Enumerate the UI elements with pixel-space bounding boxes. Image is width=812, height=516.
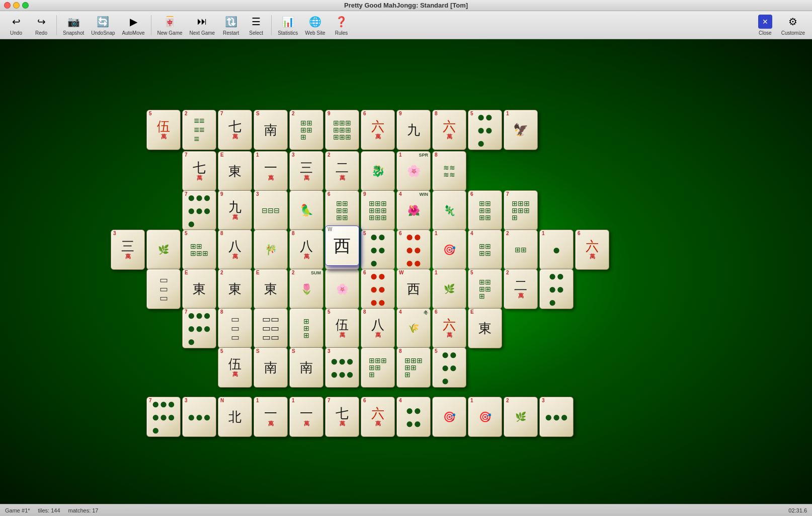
tile[interactable]: 5●●●●● xyxy=(432,347,466,388)
tile[interactable]: W西 xyxy=(396,269,431,309)
website-button[interactable]: 🌐 Web Site xyxy=(302,13,328,38)
tile[interactable]: 4⊞⊞⊞⊞ xyxy=(468,230,502,270)
tile[interactable]: 6六萬 xyxy=(361,110,395,150)
tile[interactable]: 1🎯 xyxy=(432,230,466,270)
tile[interactable]: 7七萬 xyxy=(325,397,359,437)
statistics-button[interactable]: 📊 Statistics xyxy=(275,13,301,38)
tile[interactable]: 5●●●●● xyxy=(361,230,395,270)
tile[interactable]: E東 xyxy=(468,308,502,348)
tile[interactable]: 🦜 xyxy=(289,190,323,231)
tile[interactable]: 8六萬 xyxy=(432,110,466,150)
tile[interactable]: 9九 xyxy=(396,110,431,150)
tile[interactable]: 1一萬 xyxy=(254,397,288,437)
tile[interactable]: 8八萬 xyxy=(289,230,323,270)
tile[interactable]: 3⊟⊟⊟ xyxy=(254,190,288,231)
tile[interactable]: 8⊞⊞⊞⊞⊞⊞ xyxy=(396,347,431,388)
tile[interactable]: 2二萬 xyxy=(325,151,359,191)
tile[interactable]: 8▭▭▭ xyxy=(218,308,252,348)
tile[interactable]: 7⊞⊞⊞⊞⊞⊞⊞ xyxy=(504,190,538,231)
snapshot-button[interactable]: 📷 Snapshot xyxy=(60,13,87,38)
tile[interactable]: 1一萬 xyxy=(289,397,323,437)
select-button[interactable]: ☰ Select xyxy=(244,13,268,38)
tile[interactable]: 🌿 xyxy=(146,230,181,270)
tile[interactable]: 9⊞⊞⊞⊞⊞⊞⊞⊞⊞ xyxy=(361,190,395,231)
tile[interactable]: 🐉 xyxy=(361,151,395,191)
tile[interactable]: 7●●●●●●● xyxy=(182,308,216,348)
tile[interactable]: E東 xyxy=(182,269,216,309)
tile[interactable]: 5⊞⊞⊞⊞⊞ xyxy=(468,269,502,309)
tile[interactable]: ⊞⊞⊞ xyxy=(289,308,323,348)
tile[interactable]: ▭▭▭▭▭▭ xyxy=(254,308,288,348)
tile[interactable]: 9⊞⊞⊞⊞⊞⊞⊞⊞⊞ xyxy=(325,110,359,150)
rules-button[interactable]: ❓ Rules xyxy=(330,13,354,38)
tile[interactable]: 1🌿 xyxy=(432,269,466,309)
tile[interactable]: 8八萬 xyxy=(218,230,252,270)
newgame-button[interactable]: 🀄 New Game xyxy=(154,13,186,38)
tile[interactable]: 1一萬 xyxy=(254,151,288,191)
tile[interactable]: 4WIN🌺 xyxy=(396,190,431,231)
tile[interactable]: 6⊞⊞⊞⊞⊞⊞ xyxy=(325,190,359,231)
tile[interactable]: 3●●● xyxy=(539,397,574,437)
tile[interactable]: 3三萬 xyxy=(111,230,145,270)
tile[interactable]: 6⊞⊞⊞⊞⊞⊞ xyxy=(468,190,502,231)
tile[interactable]: S南 xyxy=(254,347,288,388)
minimize-window-button[interactable] xyxy=(13,2,20,9)
tile[interactable]: E東 xyxy=(254,269,288,309)
tile[interactable]: 3●●● xyxy=(182,397,216,437)
tile[interactable]: ⊞⊞⊞⊞⊞⊞ xyxy=(361,347,395,388)
window-controls[interactable] xyxy=(4,2,29,9)
tile[interactable]: 2二萬 xyxy=(504,269,538,309)
tile[interactable]: 🎋 xyxy=(254,230,288,270)
tile[interactable]: 3●●●●●● xyxy=(325,347,359,388)
tile[interactable]: 6六萬 xyxy=(361,397,395,437)
tile[interactable]: S南 xyxy=(254,110,288,150)
tile[interactable]: 2🌿 xyxy=(504,397,538,437)
tile[interactable]: 2≡≡≡≡≡ xyxy=(182,110,216,150)
tile[interactable]: 6六萬 xyxy=(575,230,609,270)
tile[interactable]: 6●●●●●● xyxy=(396,230,431,270)
tile[interactable]: 8八萬 xyxy=(361,308,395,348)
tile[interactable]: 9九萬 xyxy=(218,190,252,231)
tile[interactable]: S南 xyxy=(289,347,323,388)
maximize-window-button[interactable] xyxy=(22,2,29,9)
tile[interactable]: ▭▭▭ xyxy=(146,269,181,309)
tile[interactable]: 2東 xyxy=(218,269,252,309)
nextgame-button[interactable]: ⏭ Next Game xyxy=(187,13,218,38)
tile[interactable]: 🎯 xyxy=(432,397,466,437)
restart-button[interactable]: 🔃 Restart xyxy=(219,13,243,38)
tile[interactable]: 6●●●●●● xyxy=(361,269,395,309)
tile[interactable]: 4●●●● xyxy=(396,397,431,437)
close-button[interactable]: ✕ Close xyxy=(753,13,777,38)
tile[interactable]: 2SUM🌷 xyxy=(289,269,323,309)
tile[interactable]: 2⊞⊞⊞⊞⊞ xyxy=(289,110,323,150)
tile[interactable]: 2⊞⊞ xyxy=(504,230,538,270)
tile[interactable]: 5伍萬 xyxy=(218,347,252,388)
automove-button[interactable]: ▶ AutoMove xyxy=(119,13,148,38)
tile[interactable]: 🌸 xyxy=(325,269,359,309)
tile[interactable]: 7●●●●●●● xyxy=(146,397,181,437)
tile[interactable]: 8≋≋≋≋ xyxy=(432,151,466,191)
tile[interactable]: 1🦅 xyxy=(504,110,538,150)
tile[interactable]: 5⊞⊞⊞⊞⊞ xyxy=(182,230,216,270)
tile[interactable]: 5伍萬 xyxy=(146,110,181,150)
tile[interactable]: 1🎯 xyxy=(468,397,502,437)
undo-button[interactable]: ↩ Undo xyxy=(4,13,28,38)
tile[interactable]: 7七萬 xyxy=(218,110,252,150)
tile[interactable]: 3三萬 xyxy=(289,151,323,191)
tile[interactable]: ●●●●● xyxy=(539,269,574,309)
tile[interactable]: 🦎 xyxy=(432,190,466,231)
tile[interactable]: N北 xyxy=(218,397,252,437)
tile[interactable]: 5伍萬 xyxy=(325,308,359,348)
tile-selected[interactable]: W西 xyxy=(325,226,359,266)
tile[interactable]: 6六萬 xyxy=(432,308,466,348)
tile[interactable]: 7●●●●●●● xyxy=(182,190,216,231)
redo-button[interactable]: ↪ Redo xyxy=(29,13,53,38)
close-window-button[interactable] xyxy=(4,2,11,9)
tile[interactable]: 1● xyxy=(539,230,574,270)
tile[interactable]: 5●●●●● xyxy=(468,110,502,150)
customize-button[interactable]: ⚙ Customize xyxy=(778,13,808,38)
tile[interactable]: 4冬🌾 xyxy=(396,308,431,348)
tile[interactable]: 7七萬 xyxy=(182,151,216,191)
undosnap-button[interactable]: 🔄 UndoSnap xyxy=(88,13,118,38)
tile[interactable]: E東 xyxy=(218,151,252,191)
